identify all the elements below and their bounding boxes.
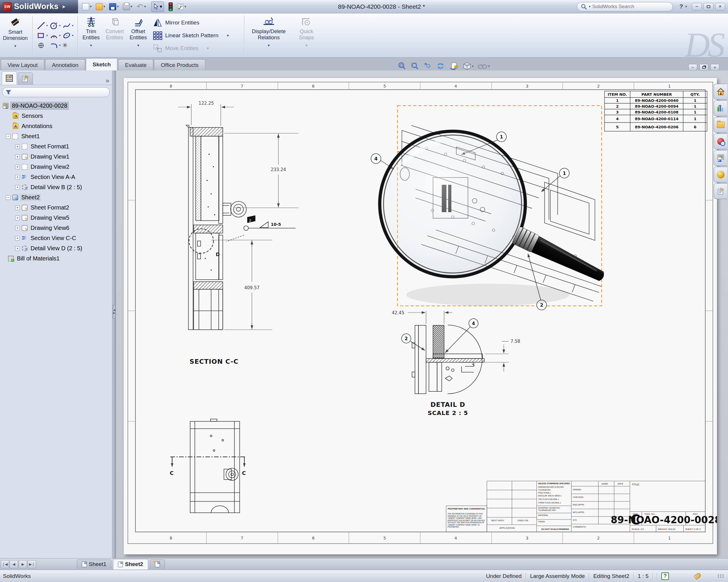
zoom-to-fit-button[interactable]	[397, 62, 406, 71]
search-scope-chevron-icon[interactable]: ▾	[589, 5, 591, 8]
cutting-line-c[interactable]	[171, 457, 246, 467]
tab-search[interactable]	[714, 134, 727, 149]
dim-text[interactable]: 409.57	[244, 285, 260, 290]
panel-overflow-chevrons[interactable]: »	[106, 77, 109, 85]
3d-drawing-view-button[interactable]	[449, 62, 459, 71]
next-sheet-button[interactable]: ▶	[19, 560, 27, 568]
tree-item-annotations[interactable]: Annotations	[0, 121, 112, 131]
chevron-down-icon[interactable]: ▾	[488, 64, 490, 68]
tree-item-section-view-cc[interactable]: +Section View C-C	[0, 233, 112, 243]
doc-close-button[interactable]: ×	[710, 64, 719, 71]
tab-appearances[interactable]	[714, 167, 727, 183]
dim-text[interactable]: 122.25	[199, 101, 214, 106]
dimension-7-58[interactable]	[485, 341, 509, 371]
drawing-view-bottom[interactable]: C C	[170, 419, 246, 513]
doc-restore-button[interactable]	[699, 64, 708, 71]
doc-minimize-button[interactable]: −	[688, 64, 697, 71]
tab-sketch[interactable]: Sketch	[86, 58, 118, 71]
chevron-down-icon[interactable]: ▾	[46, 34, 48, 37]
chevron-down-icon[interactable]: ▾	[117, 5, 119, 8]
tab-evaluate[interactable]: Evaluate	[118, 59, 153, 71]
trim-entities-button[interactable]: TrimEntities ▼	[79, 13, 103, 57]
mirror-entities-button[interactable]: Mirror Entities	[153, 17, 230, 29]
panel-splitter[interactable]: ◀▶	[112, 71, 116, 558]
chevron-down-icon[interactable]: ▾	[104, 5, 105, 8]
first-sheet-button[interactable]: ❘◀	[1, 560, 9, 568]
open-button[interactable]: ▾	[96, 3, 105, 10]
chevron-down-icon[interactable]: ▾	[72, 24, 73, 27]
help-chevron-icon[interactable]: ▾	[685, 5, 687, 8]
graphics-area[interactable]: 87654321 87654321 ITEM NO.PART NUMBERQTY…	[116, 71, 728, 558]
add-sheet-button[interactable]: ✳	[150, 560, 165, 569]
tree-item-drawing-view2[interactable]: +Drawing View2	[0, 162, 112, 172]
previous-sheet-button[interactable]: ◀	[9, 560, 18, 568]
tree-item-detail-view-d[interactable]: +Detail View D (2 : 5)	[0, 243, 112, 253]
refresh-view-button[interactable]	[436, 62, 445, 71]
section-view-cc[interactable]: D 122.25	[178, 101, 298, 365]
expand-icon[interactable]: +	[15, 144, 20, 149]
status-sheet-scale[interactable]: 1 : 5	[638, 573, 649, 579]
chevron-down-icon[interactable]: ▾	[59, 44, 60, 47]
chevron-down-icon[interactable]: ▼	[14, 43, 17, 49]
chevron-down-icon[interactable]: ▼	[89, 43, 93, 49]
dim-text[interactable]: 42.45	[392, 310, 405, 315]
tab-custom-properties[interactable]	[714, 183, 727, 199]
status-assembly-mode[interactable]: Large Assembly Mode	[530, 573, 585, 579]
display-style-button[interactable]: ▾	[463, 62, 474, 71]
menu-expand-icon[interactable]: ▶	[62, 4, 66, 9]
chevron-down-icon[interactable]: ▾	[59, 24, 60, 27]
tab-file-explorer[interactable]	[714, 117, 727, 133]
display-delete-relations-button[interactable]: Display/DeleteRelations ▼	[249, 13, 289, 57]
offset-entities-button[interactable]: OffsetEntities ▼	[127, 13, 150, 57]
drawing-sheet[interactable]: 87654321 87654321 ITEM NO.PART NUMBERQTY…	[124, 78, 717, 554]
tag-icon[interactable]	[694, 573, 702, 580]
hide-show-items-button[interactable]: ▾	[477, 62, 490, 70]
select-tool-button[interactable]: ▾	[151, 1, 164, 12]
quick-tips-help-icon[interactable]: ?	[661, 573, 669, 580]
sheet2-tab[interactable]: Sheet2	[113, 559, 148, 570]
maximize-button[interactable]	[704, 3, 713, 10]
expand-icon[interactable]: +	[15, 226, 20, 230]
tree-item-sensors[interactable]: Sensors	[0, 111, 112, 121]
bom-table[interactable]: ITEM NO.PART NUMBERQTY. 189-NOAO-4200-00…	[604, 91, 707, 131]
tree-item-sheet-format2[interactable]: +Sheet Format2	[0, 202, 112, 213]
splitter-arrows-icon[interactable]: ◀▶	[113, 305, 115, 318]
expand-icon[interactable]: +	[15, 216, 20, 220]
tab-view-palette[interactable]	[714, 150, 727, 166]
save-button[interactable]: ▾	[109, 3, 119, 10]
tree-item-detail-view-b[interactable]: +Detail View B (2 : 5)	[0, 182, 112, 192]
dim-text[interactable]: 233.24	[271, 167, 286, 172]
dimension-122-25[interactable]	[178, 104, 234, 126]
chevron-down-icon[interactable]: ▾	[59, 34, 60, 37]
options-button[interactable]: ▾	[177, 3, 186, 10]
spline-tool-button[interactable]: ▾	[62, 21, 73, 30]
expand-icon[interactable]: +	[15, 165, 20, 169]
chevron-down-icon[interactable]: ▼	[267, 43, 270, 49]
search-input[interactable]	[592, 4, 659, 9]
dimension-42-45[interactable]	[408, 311, 452, 324]
tab-annotation[interactable]: Annotation	[45, 59, 85, 71]
fillet-tool-button[interactable]: ▾	[50, 41, 60, 50]
quick-snaps-button[interactable]: QuickSnaps ▼	[296, 13, 317, 57]
detail-view-d[interactable]: 42.45 7.58	[392, 310, 520, 416]
chevron-down-icon[interactable]: ▾	[131, 5, 132, 8]
dim-text[interactable]: 7.58	[511, 339, 520, 344]
linear-sketch-pattern-button[interactable]: Linear Sketch Pattern ▼	[153, 29, 230, 41]
tree-item-section-view-aa[interactable]: +Section View A-A	[0, 172, 112, 182]
chevron-down-icon[interactable]: ▾	[144, 5, 146, 8]
minimize-button[interactable]: −	[692, 3, 702, 10]
expand-icon[interactable]: +	[15, 236, 20, 241]
chevron-down-icon[interactable]: ▾	[160, 4, 162, 9]
tree-item-sheet-format1[interactable]: +Sheet Format1	[0, 141, 112, 151]
sheet1-tab[interactable]: Sheet1	[77, 560, 111, 569]
close-button[interactable]: ×	[715, 3, 725, 10]
chevron-down-icon[interactable]: ▼	[136, 43, 140, 49]
expand-icon[interactable]: +	[15, 205, 20, 210]
chevron-down-icon[interactable]: ▾	[46, 24, 48, 27]
featuremanager-tab[interactable]	[2, 71, 17, 85]
tab-office-products[interactable]: Office Products	[154, 59, 205, 71]
rectangle-tool-button[interactable]: ▾	[37, 31, 48, 40]
print-button[interactable]: ▾	[123, 3, 132, 10]
collapse-icon[interactable]: −	[6, 134, 10, 139]
tree-item-drawing-view1[interactable]: +Drawing View1	[0, 151, 112, 162]
